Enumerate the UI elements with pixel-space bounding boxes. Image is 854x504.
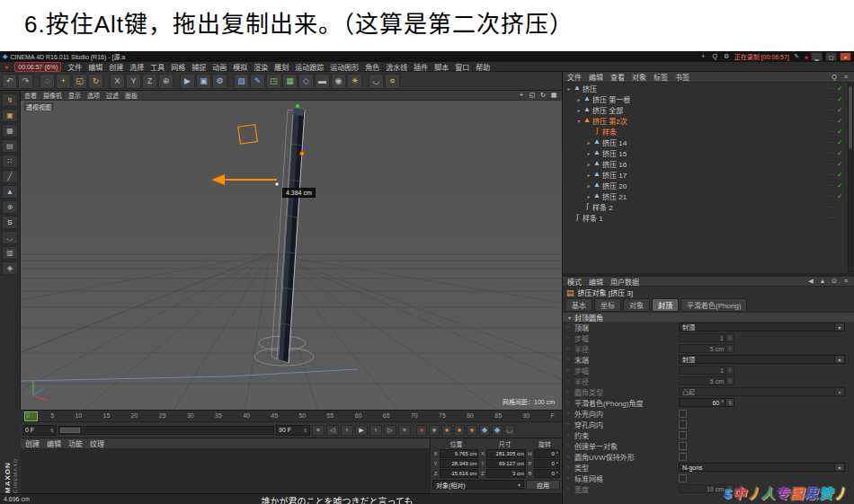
attribute-checkbox[interactable]	[679, 453, 687, 461]
drag-point-dot[interactable]	[275, 182, 279, 186]
attribute-manager-menu-item[interactable]: 编辑	[589, 277, 603, 287]
menu-item[interactable]: 插件	[414, 62, 428, 72]
expand-arrow-icon[interactable]: ▸	[585, 182, 592, 189]
menu-item[interactable]: 网格	[171, 62, 185, 72]
enabled-check-icon[interactable]: ✓	[837, 149, 846, 157]
enabled-check-icon[interactable]: ✓	[837, 192, 846, 200]
object-row[interactable]: ▸ ▲ 挤压 全部 ·· ✓	[563, 104, 846, 115]
visibility-dots-icon[interactable]: ··	[828, 85, 834, 92]
animation-dot-icon[interactable]: ○	[566, 443, 574, 448]
deformer-icon[interactable]: ◇	[298, 74, 314, 89]
viewport[interactable]: 查看摄像机显示选项过滤面板 +◱↻▦	[21, 91, 562, 410]
visibility-dots-icon[interactable]: ··	[828, 215, 834, 221]
attribute-subtab[interactable]: 平滑着色(Phong)	[681, 298, 747, 312]
section-collapse-icon[interactable]: ▾	[568, 314, 571, 321]
am-menu-icon[interactable]: ≡	[841, 278, 850, 285]
stepper-icon[interactable]: ⇅	[725, 377, 734, 385]
object-tree-scrollbar[interactable]	[848, 84, 853, 272]
zoom-view-icon[interactable]: ◱	[528, 92, 537, 99]
scrollbar-thumb[interactable]	[849, 86, 852, 149]
menu-item[interactable]: 雕刻	[274, 62, 289, 72]
object-row[interactable]: ▸ ▲ 挤压 ·· ✓	[563, 83, 846, 93]
enabled-check-icon[interactable]: ✓	[837, 106, 846, 114]
visibility-dots-icon[interactable]: ··	[828, 96, 834, 102]
expand-arrow-icon[interactable]: ▸	[565, 85, 573, 92]
attribute-checkbox[interactable]	[679, 410, 687, 418]
animation-dot-icon[interactable]: ○	[566, 357, 574, 362]
attribute-number-field[interactable]: 5 cm⇅	[679, 376, 734, 385]
object-row[interactable]: ▾ ▲ 挤压 第2次 ·· ✓	[563, 115, 846, 126]
enabled-check-icon[interactable]: ✓	[837, 95, 846, 103]
render-settings-icon[interactable]: ⚙	[212, 74, 227, 89]
scale-tool-icon[interactable]: ◱	[72, 74, 87, 89]
menu-item[interactable]: 帮助	[476, 62, 490, 72]
expand-arrow-icon[interactable]: ▸	[585, 172, 592, 178]
workplane-lock-icon[interactable]: ▥	[2, 246, 18, 260]
object-row[interactable]: ∫ 样条 1 ·· ✓	[563, 212, 846, 223]
attribute-dropdown[interactable]: N-gons▾	[679, 463, 845, 472]
menu-item[interactable]: 选择	[129, 62, 144, 72]
viewport-menu-item[interactable]: 面板	[125, 91, 138, 100]
settings-icon[interactable]: ⚙	[722, 53, 732, 60]
menu-item[interactable]: 动画	[212, 62, 227, 72]
menu-item[interactable]: 渲染	[254, 62, 268, 72]
autokey-button[interactable]: ●	[429, 425, 440, 436]
move-tool-icon[interactable]: +	[56, 74, 71, 89]
annotate-pencil-icon[interactable]: ✎	[792, 53, 802, 60]
visibility-dots-icon[interactable]: ··	[828, 150, 834, 156]
record-position-button[interactable]: ●	[441, 425, 452, 436]
y-handle-dot[interactable]	[296, 104, 300, 109]
menu-item[interactable]: 角色	[365, 62, 379, 72]
enabled-check-icon[interactable]: ✓	[837, 138, 846, 146]
visibility-dots-icon[interactable]: ··	[828, 139, 834, 146]
play-button[interactable]: ▶	[355, 425, 368, 436]
animation-dot-icon[interactable]: ○	[566, 421, 574, 427]
position-y-field[interactable]: 28.349 cm	[440, 459, 478, 468]
next-frame-button[interactable]: ›	[369, 425, 382, 436]
move-axis-arrow[interactable]	[211, 174, 277, 185]
coord-mode-select[interactable]: 对象(相对)▾	[432, 480, 524, 490]
axis-center-dot[interactable]	[300, 152, 305, 156]
camera-icon[interactable]: ◉	[331, 74, 346, 89]
edges-mode-icon[interactable]: ╱	[2, 170, 18, 183]
position-z-field[interactable]: -15.616 cm	[440, 469, 478, 478]
animation-dot-icon[interactable]: ○	[566, 400, 574, 405]
undo-icon[interactable]: ↶	[2, 74, 17, 89]
visibility-dots-icon[interactable]: ··	[828, 128, 834, 135]
object-manager-menu-item[interactable]: 查看	[610, 72, 625, 82]
x-axis-lock-icon[interactable]: X	[110, 74, 125, 89]
current-frame-field[interactable]: 0 F⇅	[22, 425, 57, 436]
light-icon[interactable]: ☀	[347, 74, 362, 89]
rotation-p-field[interactable]: 0 °	[534, 459, 560, 468]
position-x-field[interactable]: 9.765 cm	[440, 449, 478, 458]
object-row[interactable]: ▸ ▲ 挤压 第一根 ·· ✓	[563, 93, 846, 104]
visibility-dots-icon[interactable]: ··	[828, 204, 834, 210]
prev-frame-button[interactable]: ‹	[341, 425, 353, 436]
polygons-mode-icon[interactable]: ▲	[2, 185, 18, 199]
object-row[interactable]: ▸ ▲ 挤压 20 ·· ✓	[563, 180, 846, 190]
expand-arrow-icon[interactable]: ▸	[585, 139, 592, 146]
expand-arrow-icon[interactable]: ▸	[585, 150, 592, 156]
om-filter-icon[interactable]: ≡	[841, 74, 850, 80]
attribute-checkbox[interactable]	[679, 442, 687, 450]
stepper-icon[interactable]: ⇅	[725, 345, 734, 352]
goto-start-button[interactable]: «	[312, 425, 325, 436]
menu-item[interactable]: 窗口	[455, 62, 469, 72]
object-row[interactable]: ▸ ▲ 挤压 21 ·· ✓	[563, 190, 846, 201]
animation-dot-icon[interactable]: ○	[566, 454, 574, 459]
toolbar-icon[interactable]	[228, 74, 233, 89]
enable-axis-icon[interactable]: ⊕	[2, 200, 18, 214]
attribute-subtab[interactable]: 对象	[623, 298, 650, 312]
enabled-check-icon[interactable]: ✓	[837, 84, 846, 93]
expand-arrow-icon[interactable]: ▸	[575, 96, 583, 102]
toolbar-icon[interactable]	[174, 74, 179, 89]
menu-item[interactable]: 编辑	[88, 62, 102, 72]
visibility-dots-icon[interactable]: ··	[828, 182, 834, 189]
animation-dot-icon[interactable]: ○	[566, 464, 574, 470]
z-axis-lock-icon[interactable]: Z	[142, 74, 157, 89]
animation-dot-icon[interactable]: ○	[566, 411, 574, 416]
texture-mode-icon[interactable]: ▦	[2, 124, 18, 137]
apply-button[interactable]: 应用	[526, 480, 560, 490]
enabled-check-icon[interactable]: ✓	[837, 171, 846, 179]
attribute-number-field[interactable]: 60 °⇅	[679, 398, 734, 407]
